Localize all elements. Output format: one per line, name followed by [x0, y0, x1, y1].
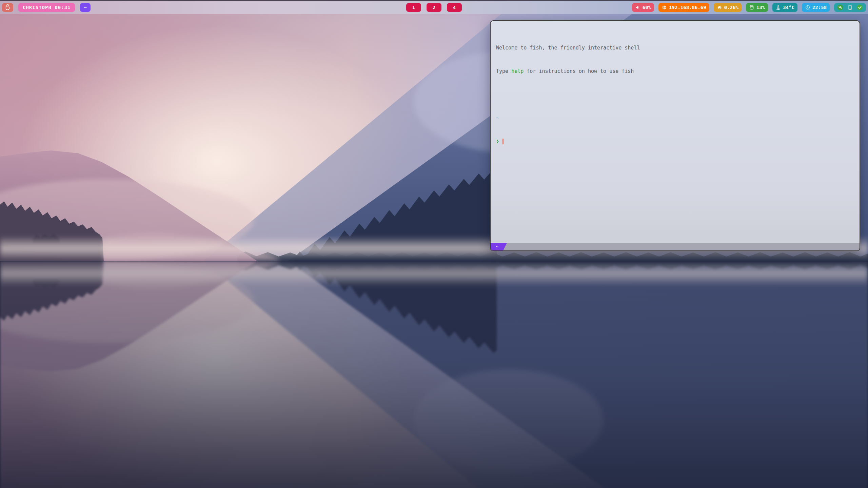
volume-module[interactable]: 60%	[632, 3, 654, 12]
clock-icon	[805, 5, 810, 10]
ip-address-value: 192.168.86.69	[669, 5, 706, 10]
cpu-value: 0.26%	[724, 5, 738, 10]
reflected-scene	[0, 261, 868, 488]
clock-value: 22:58	[812, 5, 827, 10]
key-icon[interactable]	[837, 4, 844, 11]
database-icon	[749, 5, 754, 10]
lake-reflection	[0, 261, 868, 488]
system-tray	[834, 3, 866, 12]
network-module[interactable]: 192.168.86.69	[658, 3, 709, 12]
gauge-icon	[717, 5, 722, 10]
help-keyword: help	[511, 68, 524, 74]
memory-value: 13%	[756, 5, 765, 10]
prompt-cwd: ~	[496, 114, 854, 122]
linux-tux-icon	[4, 4, 11, 11]
volume-value: 60%	[643, 5, 651, 10]
temperature-value: 34°C	[783, 5, 794, 10]
terminal-status-bar: ~	[491, 243, 860, 250]
memory-module[interactable]: 13%	[746, 3, 768, 12]
terminal-blank-line	[496, 91, 854, 99]
os-launcher-button[interactable]	[2, 3, 13, 12]
workspace-button-1[interactable]: 1	[406, 3, 421, 12]
clock-module[interactable]: 22:58	[802, 3, 830, 12]
prompt-line[interactable]: ❯	[496, 138, 854, 145]
status-bar: CHRISTOPH 00:31 ~ 1 2 4 60% 192.168.86.6…	[0, 0, 868, 14]
terminal-output: Welcome to fish, the friendly interactiv…	[491, 21, 860, 243]
path-badge: ~	[80, 3, 90, 12]
terminal-window[interactable]: Welcome to fish, the friendly interactiv…	[490, 20, 860, 251]
check-icon[interactable]	[856, 4, 863, 11]
cpu-module[interactable]: 0.26%	[714, 3, 742, 12]
globe-icon	[662, 5, 667, 10]
text-cursor	[502, 139, 504, 144]
phone-icon[interactable]	[847, 4, 853, 11]
bar-left-modules: CHRISTOPH 00:31 ~	[2, 1, 91, 14]
terminal-line-help: Type help for instructions on how to use…	[496, 67, 854, 75]
workspace-switcher: 1 2 4	[406, 1, 462, 14]
user-uptime-badge: CHRISTOPH 00:31	[18, 3, 75, 12]
terminal-line-welcome: Welcome to fish, the friendly interactiv…	[496, 44, 854, 52]
prompt-chevron: ❯	[496, 138, 499, 144]
terminal-tab[interactable]: ~	[491, 243, 507, 250]
temperature-module[interactable]: 34°C	[772, 3, 797, 12]
workspace-button-4[interactable]: 4	[447, 3, 462, 12]
thermometer-icon	[775, 5, 781, 10]
speaker-icon	[635, 5, 640, 10]
bar-right-modules: 60% 192.168.86.69 0.26% 13%	[632, 1, 866, 14]
workspace-button-2[interactable]: 2	[427, 3, 441, 12]
